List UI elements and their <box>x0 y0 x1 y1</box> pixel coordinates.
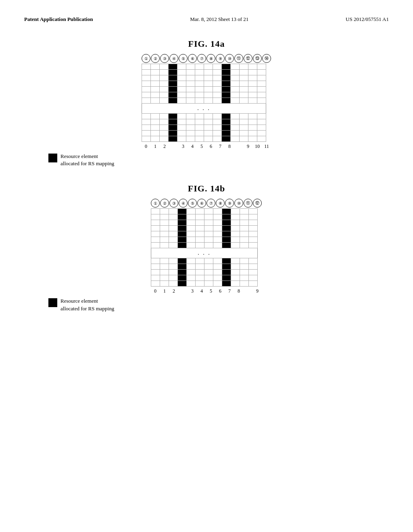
fig-14b-title: FIG. 14b <box>188 183 225 194</box>
fig-14a-grid-bottom <box>142 113 266 142</box>
grid-cell <box>222 281 231 287</box>
grid-cell <box>169 81 177 87</box>
grid-cell <box>196 281 204 287</box>
grid-cell <box>249 264 258 270</box>
grid-cell <box>169 136 177 142</box>
grid-cell <box>248 87 257 92</box>
grid-cell <box>213 209 222 214</box>
grid-cell <box>142 136 151 142</box>
grid-cell <box>151 119 160 125</box>
grid-cell <box>195 131 204 136</box>
grid-cell <box>177 75 186 81</box>
grid-cell <box>249 214 258 220</box>
grid-cell <box>151 131 160 136</box>
grid-cell <box>169 243 178 248</box>
x-axis-label: 6 <box>206 143 215 150</box>
grid-cell <box>178 237 187 243</box>
grid-cell <box>178 243 187 248</box>
grid-cell <box>160 81 169 87</box>
grid-cell <box>257 131 266 136</box>
grid-cell <box>213 131 222 136</box>
grid-cell <box>240 87 248 92</box>
grid-cell <box>231 81 240 87</box>
grid-cell <box>248 131 257 136</box>
grid-cell <box>160 243 169 248</box>
grid-cell <box>169 98 177 104</box>
grid-cell <box>195 119 204 125</box>
grid-cell <box>142 75 151 81</box>
grid-cell <box>177 119 186 125</box>
grid-cell <box>231 231 240 237</box>
grid-cell <box>151 214 160 220</box>
grid-cell <box>151 237 160 243</box>
circled-number: ⑤ <box>179 54 188 63</box>
grid-cell <box>249 209 258 214</box>
x-axis-label <box>179 288 188 294</box>
grid-cell <box>204 70 213 75</box>
grid-cell <box>178 281 187 287</box>
fig-14a-legend-text: Resource element allocated for RS mappin… <box>60 153 114 167</box>
circled-number: ⑧ <box>206 54 215 63</box>
grid-cell <box>204 243 213 248</box>
grid-cell <box>195 75 204 81</box>
grid-cell <box>196 270 204 275</box>
circled-number: ④ <box>169 54 178 63</box>
grid-cell <box>142 98 151 104</box>
grid-cell <box>142 114 151 119</box>
grid-cell <box>231 98 240 104</box>
grid-cell <box>249 237 258 243</box>
grid-cell <box>160 92 169 98</box>
circled-number: ⑫ <box>244 54 252 63</box>
grid-cell <box>240 119 248 125</box>
grid-cell <box>213 92 222 98</box>
grid-cell <box>195 87 204 92</box>
grid-cell <box>204 114 213 119</box>
grid-cell <box>240 98 248 104</box>
grid-cell <box>222 119 231 125</box>
grid-cell <box>178 214 187 220</box>
circled-number: ⑦ <box>197 54 206 63</box>
grid-cell <box>204 258 213 264</box>
grid-cell <box>151 264 160 270</box>
fig-14b-dots: . . . <box>151 248 258 258</box>
grid-cell <box>240 270 249 275</box>
grid-cell <box>222 226 231 231</box>
x-axis-label: 2 <box>160 143 169 150</box>
grid-cell <box>204 92 213 98</box>
grid-cell <box>169 119 177 125</box>
grid-cell <box>195 136 204 142</box>
figure-14a: FIG. 14a ①②③④⑤⑥⑦⑧⑨⑩⑪⑫⑬⑭ . . . 0123456789… <box>24 39 389 167</box>
fig-14b-legend-text: Resource element allocated for RS mappin… <box>60 297 114 312</box>
grid-cell <box>177 131 186 136</box>
grid-cell <box>142 131 151 136</box>
grid-cell <box>222 81 231 87</box>
grid-cell <box>240 275 249 281</box>
grid-cell <box>151 258 160 264</box>
x-axis-label: 10 <box>253 143 262 150</box>
grid-cell <box>160 87 169 92</box>
grid-cell <box>204 209 213 214</box>
x-axis-label: 6 <box>216 288 225 294</box>
grid-cell <box>187 226 196 231</box>
grid-cell <box>222 70 231 75</box>
fig-14a-circled-numbers: ①②③④⑤⑥⑦⑧⑨⑩⑪⑫⑬⑭ <box>142 54 271 63</box>
grid-cell <box>169 220 178 226</box>
fig-14b-grid-wrapper: ①②③④⑤⑥⑦⑧⑨⑩⑪⑫ . . . 0123456789 <box>151 199 262 294</box>
grid-cell <box>231 275 240 281</box>
grid-cell <box>151 87 160 92</box>
x-axis-label: 2 <box>169 288 178 294</box>
grid-cell <box>142 64 151 70</box>
x-axis-label: 8 <box>234 288 243 294</box>
grid-cell <box>178 220 187 226</box>
grid-cell <box>204 119 213 125</box>
header-center: Mar. 8, 2012 Sheet 13 of 21 <box>190 16 248 23</box>
x-axis-label: 4 <box>188 143 197 150</box>
grid-cell <box>249 258 258 264</box>
grid-cell <box>142 119 151 125</box>
circled-number: ⑧ <box>216 199 225 208</box>
grid-cell <box>257 125 266 131</box>
grid-cell <box>196 209 204 214</box>
x-axis-label: 5 <box>206 288 215 294</box>
grid-cell <box>213 264 222 270</box>
x-axis-label <box>169 143 178 150</box>
